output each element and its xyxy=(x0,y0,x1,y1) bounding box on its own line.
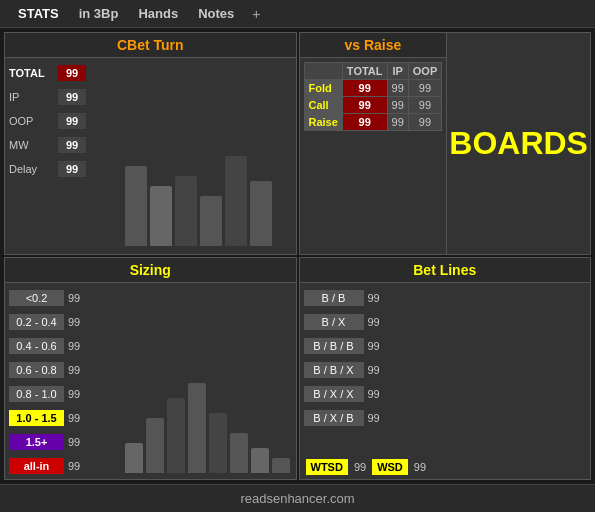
cbet-bar xyxy=(225,156,247,246)
wtsd-row: WTSD 99 WSD 99 xyxy=(300,455,591,479)
bet-lines-panel: Bet Lines B / B99B / X99B / B / B99B / B… xyxy=(299,257,592,480)
add-tab-button[interactable]: + xyxy=(244,2,268,26)
betline-value: 99 xyxy=(368,316,380,328)
sizing-value: 99 xyxy=(68,436,80,448)
cbet-value-total: 99 xyxy=(58,65,86,81)
vsraise-oop-raise: 99 xyxy=(408,114,441,131)
boards-text: BOARDS xyxy=(449,125,588,162)
vs-raise-title: vs Raise xyxy=(300,33,447,58)
cbet-label-oop: OOP xyxy=(9,115,54,127)
top-bar: STATS in 3Bp Hands Notes + xyxy=(0,0,595,28)
sizing-label: 0.4 - 0.6 xyxy=(9,338,64,354)
betline-value: 99 xyxy=(368,412,380,424)
cbet-value-ip: 99 xyxy=(58,89,86,105)
cbet-row-oop: OOP 99 xyxy=(9,110,119,132)
sizing-table: <0.2990.2 - 0.4990.4 - 0.6990.6 - 0.8990… xyxy=(9,287,119,477)
cbet-row-total: TOTAL 99 xyxy=(9,62,119,84)
betline-value: 99 xyxy=(368,364,380,376)
cbet-bar xyxy=(150,186,172,246)
sizing-value: 99 xyxy=(68,364,80,376)
betlines-table: B / B99B / X99B / B / B99B / B / X99B / … xyxy=(304,287,434,451)
betline-value: 99 xyxy=(368,388,380,400)
cbet-bar-chart xyxy=(123,62,292,250)
sizing-bar xyxy=(167,398,185,473)
sizing-label: 0.2 - 0.4 xyxy=(9,314,64,330)
bet-lines-content: B / B99B / X99B / B / B99B / B / X99B / … xyxy=(300,283,591,455)
betline-row: B / B / B99 xyxy=(304,335,434,357)
cbet-row-mw: MW 99 xyxy=(9,134,119,156)
vsraise-header-oop: OOP xyxy=(408,63,441,80)
sizing-bar xyxy=(230,433,248,473)
cbet-turn-content: TOTAL 99 IP 99 OOP 99 MW 99 Delay 99 xyxy=(5,58,296,254)
vs-raise-panel: vs Raise TOTAL IP OOP xyxy=(299,32,592,255)
tab-in3bp[interactable]: in 3Bp xyxy=(69,2,129,25)
cbet-label-delay: Delay xyxy=(9,163,54,175)
sizing-row: 0.4 - 0.699 xyxy=(9,335,119,357)
sizing-row: 0.2 - 0.499 xyxy=(9,311,119,333)
betline-value: 99 xyxy=(368,292,380,304)
sizing-row: 1.5+99 xyxy=(9,431,119,453)
wsd-label: WSD xyxy=(372,459,408,475)
cbet-label-ip: IP xyxy=(9,91,54,103)
sizing-value: 99 xyxy=(68,412,80,424)
sizing-value: 99 xyxy=(68,388,80,400)
vsraise-header-total: TOTAL xyxy=(342,63,387,80)
vsraise-row-call: Call 99 99 99 xyxy=(304,97,442,114)
betline-row: B / B / X99 xyxy=(304,359,434,381)
vsraise-total-call: 99 xyxy=(342,97,387,114)
cbet-label-total: TOTAL xyxy=(9,67,54,79)
sizing-bar xyxy=(272,458,290,473)
vs-raise-content: TOTAL IP OOP Fold 99 99 99 xyxy=(300,58,447,254)
tab-stats[interactable]: STATS xyxy=(8,2,69,25)
vsraise-total-fold: 99 xyxy=(342,80,387,97)
vsraise-row-fold: Fold 99 99 99 xyxy=(304,80,442,97)
cbet-row-delay: Delay 99 xyxy=(9,158,119,180)
vs-raise-table: TOTAL IP OOP Fold 99 99 99 xyxy=(304,62,443,131)
sizing-row: 1.0 - 1.599 xyxy=(9,407,119,429)
tab-notes[interactable]: Notes xyxy=(188,2,244,25)
sizing-bar xyxy=(209,413,227,473)
sizing-label: 1.5+ xyxy=(9,434,64,450)
vsraise-ip-call: 99 xyxy=(387,97,408,114)
vsraise-ip-raise: 99 xyxy=(387,114,408,131)
wtsd-value: 99 xyxy=(354,461,366,473)
sizing-content: <0.2990.2 - 0.4990.4 - 0.6990.6 - 0.8990… xyxy=(5,283,296,480)
vsraise-total-raise: 99 xyxy=(342,114,387,131)
sizing-bar-chart xyxy=(123,287,292,477)
sizing-row: all-in99 xyxy=(9,455,119,477)
sizing-row: 0.8 - 1.099 xyxy=(9,383,119,405)
cbet-bar xyxy=(250,181,272,246)
sizing-value: 99 xyxy=(68,340,80,352)
sizing-label: 1.0 - 1.5 xyxy=(9,410,64,426)
sizing-bar xyxy=(125,443,143,473)
cbet-bar xyxy=(125,166,147,246)
cbet-turn-table: TOTAL 99 IP 99 OOP 99 MW 99 Delay 99 xyxy=(9,62,119,250)
betline-label: B / X xyxy=(304,314,364,330)
vsraise-header-ip: IP xyxy=(387,63,408,80)
vsraise-label-raise: Raise xyxy=(304,114,342,131)
vsraise-label-fold: Fold xyxy=(304,80,342,97)
sizing-bar xyxy=(251,448,269,473)
betline-row: B / B99 xyxy=(304,287,434,309)
cbet-turn-title: CBet Turn xyxy=(5,33,296,58)
cbet-label-mw: MW xyxy=(9,139,54,151)
betline-row: B / X / B99 xyxy=(304,407,434,429)
betline-label: B / X / X xyxy=(304,386,364,402)
wtsd-label: WTSD xyxy=(306,459,348,475)
sizing-label: 0.6 - 0.8 xyxy=(9,362,64,378)
cbet-value-mw: 99 xyxy=(58,137,86,153)
vsraise-oop-fold: 99 xyxy=(408,80,441,97)
sizing-bar xyxy=(146,418,164,473)
wsd-value: 99 xyxy=(414,461,426,473)
cbet-bar xyxy=(175,176,197,246)
footer-text: readsenhancer.com xyxy=(240,491,354,506)
vsraise-label-call: Call xyxy=(304,97,342,114)
vsraise-oop-call: 99 xyxy=(408,97,441,114)
betline-row: B / X / X99 xyxy=(304,383,434,405)
sizing-label: all-in xyxy=(9,458,64,474)
cbet-bar xyxy=(200,196,222,246)
tab-hands[interactable]: Hands xyxy=(128,2,188,25)
sizing-title: Sizing xyxy=(5,258,296,283)
betline-label: B / X / B xyxy=(304,410,364,426)
vsraise-header-empty xyxy=(304,63,342,80)
